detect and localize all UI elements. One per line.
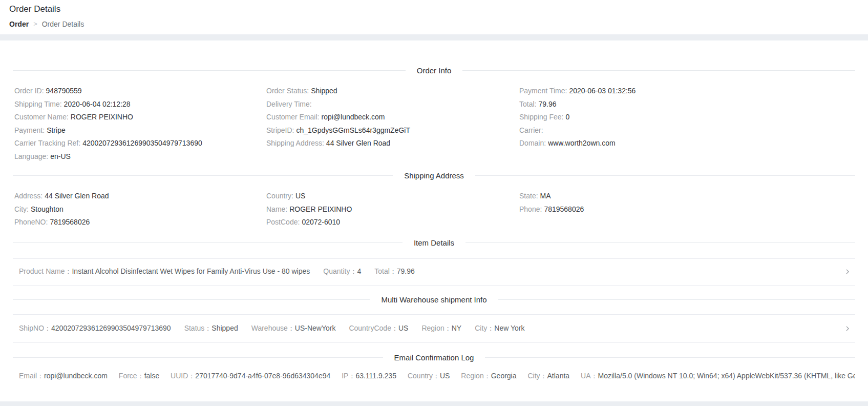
- field-value: Shipped: [311, 87, 337, 95]
- field-label: City：: [527, 372, 547, 380]
- email-address: Email：ropi@lundbeck.com: [19, 372, 108, 380]
- field-value: US: [440, 372, 450, 380]
- field-value: US-NewYork: [295, 324, 336, 332]
- field-value: 63.111.9.235: [355, 372, 396, 380]
- field-language: Language:en-US: [14, 150, 266, 164]
- mw-country-code: CountryCode：US: [349, 324, 408, 333]
- field-state: State:MA: [519, 190, 855, 203]
- chevron-right-icon[interactable]: [843, 268, 852, 275]
- field-value: 79.96: [397, 267, 415, 275]
- field-value: ROGER PEIXINHO: [289, 205, 352, 213]
- field-country: Country:US: [266, 190, 519, 203]
- field-label: Customer Email:: [266, 113, 319, 121]
- field-value: 948790559: [46, 87, 82, 95]
- field-value: New York: [494, 324, 524, 332]
- field-value: NY: [452, 324, 461, 332]
- field-phone-no: PhoneNO:7819568026: [14, 216, 266, 229]
- order-info-col-3: Payment Time:2020-06-03 01:32:56 Total:7…: [519, 85, 855, 163]
- field-value: ropi@lundbeck.com: [44, 372, 108, 380]
- email-city: City：Atlanta: [527, 372, 569, 380]
- mw-status: Status：Shipped: [184, 324, 238, 333]
- item-product-name: Product Name：Instant Alcohol Disinfectan…: [19, 267, 310, 276]
- field-label: Name:: [266, 205, 287, 213]
- order-info-grid: Order ID:948790559 Shipping Time:2020-06…: [13, 85, 855, 163]
- section-title-item-details: Item Details: [403, 238, 465, 247]
- field-total: Total:79.96: [519, 98, 855, 111]
- email-log-row: Email：ropi@lundbeck.com Force：false UUID…: [13, 372, 855, 381]
- multi-warehouse-row[interactable]: ShipNO：420020729361269903504979713690 St…: [13, 314, 855, 343]
- field-shipping-address: Shipping Address:44 Silver Glen Road: [266, 137, 519, 150]
- field-label: PhoneNO:: [14, 218, 48, 226]
- field-customer-email: Customer Email:ropi@lundbeck.com: [266, 111, 519, 124]
- field-label: CountryCode：: [349, 324, 398, 332]
- field-carrier-tracking-ref: Carrier Tracking Ref:4200207293612699035…: [14, 137, 266, 150]
- field-value: 2020-06-03 01:32:56: [569, 87, 636, 95]
- field-value: ropi@lundbeck.com: [321, 113, 385, 121]
- field-value: ch_1GpdysGGmSLs64r3ggmZeGiT: [296, 126, 410, 134]
- order-details-card: Order Info Order ID:948790559 Shipping T…: [0, 40, 868, 401]
- field-label: ShipNO：: [19, 324, 51, 332]
- field-value: false: [144, 372, 160, 380]
- field-value: Georgia: [491, 372, 517, 380]
- chevron-right-icon[interactable]: [843, 325, 852, 332]
- field-value: 2020-06-04 02:12:28: [64, 100, 131, 108]
- field-city: City:Stoughton: [14, 203, 266, 216]
- item-details-row[interactable]: Product Name：Instant Alcohol Disinfectan…: [13, 258, 855, 286]
- breadcrumb: Order > Order Details: [9, 19, 868, 29]
- field-label: Total:: [519, 100, 536, 108]
- email-country: Country：US: [408, 372, 450, 380]
- breadcrumb-item-order[interactable]: Order: [9, 19, 29, 29]
- field-value: 79.96: [538, 100, 556, 108]
- email-ua: UA：Mozilla/5.0 (Windows NT 10.0; Win64; …: [581, 372, 855, 380]
- field-label: Order Status:: [266, 87, 309, 95]
- field-value: 44 Silver Glen Road: [326, 139, 390, 147]
- field-label: Customer Name:: [14, 113, 69, 121]
- section-divider-order-info: Order Info: [13, 65, 855, 76]
- field-label: Phone:: [519, 205, 542, 213]
- field-delivery-time: Delivery Time:: [266, 98, 519, 111]
- item-quantity: Quantity：4: [323, 267, 361, 276]
- section-divider-shipping-address: Shipping Address: [13, 170, 855, 181]
- field-postcode: PostCode:02072-6010: [266, 216, 519, 229]
- field-label: Shipping Address:: [266, 139, 324, 147]
- page-title: Order Details: [9, 3, 868, 15]
- field-label: StripeID:: [266, 126, 294, 134]
- shipping-address-col-2: Country:US Name:ROGER PEIXINHO PostCode:…: [266, 190, 519, 229]
- field-stripe-id: StripeID:ch_1GpdysGGmSLs64r3ggmZeGiT: [266, 124, 519, 137]
- field-label: Force：: [119, 372, 144, 380]
- field-label: Delivery Time:: [266, 100, 312, 108]
- section-title-email-log: Email Confirmation Log: [383, 353, 485, 362]
- email-ip: IP：63.111.9.235: [342, 372, 396, 380]
- email-region: Region：Georgia: [461, 372, 516, 380]
- item-total: Total：79.96: [374, 267, 415, 276]
- section-title-multi-warehouse: Multi Warehouse shipment Info: [370, 295, 498, 304]
- email-force: Force：false: [119, 372, 159, 380]
- field-label: Warehouse：: [251, 324, 295, 332]
- field-value: en-US: [50, 152, 71, 160]
- field-label: Country：: [408, 372, 440, 380]
- field-value: 420020729361269903504979713690: [51, 324, 171, 332]
- field-value: US: [295, 192, 305, 200]
- page-header: Order Details Order > Order Details: [0, 0, 868, 34]
- field-label: State:: [519, 192, 538, 200]
- field-label: Language:: [14, 152, 48, 160]
- field-value: MA: [540, 192, 551, 200]
- field-value: Stoughton: [31, 205, 63, 213]
- mw-warehouse: Warehouse：US-NewYork: [251, 324, 336, 333]
- field-address: Address:44 Silver Glen Road: [14, 190, 266, 203]
- section-title-order-info: Order Info: [406, 66, 463, 75]
- field-value: 7819568026: [544, 205, 584, 213]
- field-value: 44 Silver Glen Road: [45, 192, 109, 200]
- mw-city: City：New York: [475, 324, 524, 333]
- field-label: Payment Time:: [519, 87, 567, 95]
- section-divider-item-details: Item Details: [13, 237, 855, 248]
- field-label: Total：: [374, 267, 397, 275]
- field-label: Region：: [421, 324, 451, 332]
- field-value: ROGER PEIXINHO: [71, 113, 133, 121]
- field-label: IP：: [342, 372, 355, 380]
- field-label: Country:: [266, 192, 293, 200]
- field-label: Address:: [14, 192, 43, 200]
- field-carrier: Carrier:: [519, 124, 855, 137]
- email-uuid: UUID：27017740-9d74-a4f6-07e8-96d634304e9…: [171, 372, 330, 380]
- page-background-band-top: [0, 34, 868, 40]
